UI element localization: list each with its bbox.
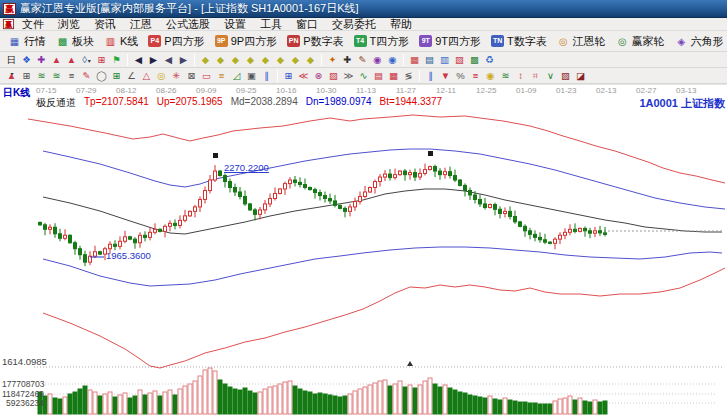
half-box-icon[interactable]: ◪ <box>574 69 587 82</box>
report-icon[interactable]: ▤ <box>372 69 385 82</box>
calculator-icon[interactable]: ▤ <box>423 53 436 66</box>
menu-item-8[interactable]: 窗口 <box>289 17 325 32</box>
expand-bars-icon[interactable]: ≫ <box>342 69 355 82</box>
mini-chart-icon-2[interactable]: ▲ <box>65 53 78 66</box>
candle-body <box>379 177 382 181</box>
diamond-marker-icon-8[interactable]: ◆ <box>304 53 317 66</box>
p-number-table-button[interactable]: PNP数字表 <box>282 32 348 51</box>
ruler-icon[interactable]: ▭ <box>200 69 213 82</box>
gann-wheel-button[interactable]: ◎江恩轮 <box>552 32 611 51</box>
sectors-button[interactable]: ▩板块 <box>51 32 99 51</box>
mini-chart-icon[interactable]: ▲ <box>50 53 63 66</box>
menu-item-4[interactable]: 江恩 <box>123 17 159 32</box>
quote-table-icon[interactable]: ▥ <box>438 53 451 66</box>
menu-item-3[interactable]: 资讯 <box>87 17 123 32</box>
prev-kline-icon[interactable]: ◀ <box>162 53 175 66</box>
star-tool-icon[interactable]: ✳ <box>170 69 183 82</box>
diamond-marker-icon-7[interactable]: ◆ <box>289 53 302 66</box>
box-tool-icon[interactable]: ▣ <box>245 69 258 82</box>
diamond-marker-icon-1[interactable]: ◆ <box>199 53 212 66</box>
delete-drawing-icon[interactable]: ⊠ <box>185 69 198 82</box>
gann-circle-icon[interactable]: ◎ <box>155 69 168 82</box>
hash-grid-icon[interactable]: ⌗ <box>529 69 542 82</box>
last-kline-icon[interactable]: ▶ <box>147 53 160 66</box>
winner-wheel-button-label: 赢家轮 <box>632 34 665 49</box>
t-number-table-button[interactable]: TNT数字表 <box>486 32 552 51</box>
diamond-marker-icon-2[interactable]: ◆ <box>214 53 227 66</box>
save-icon[interactable]: ▧ <box>453 53 466 66</box>
right-angle-icon[interactable]: ◿ <box>230 69 243 82</box>
cycle-tool-icon[interactable]: ∿ <box>357 69 370 82</box>
droplet-tool-icon[interactable]: ◊▾ <box>80 53 93 66</box>
first-kline-icon[interactable]: ◀ <box>132 53 145 66</box>
vertical-scale-icon[interactable]: ↕ <box>514 69 527 82</box>
menu-item-2[interactable]: 浏览 <box>51 17 87 32</box>
diamond-marker-icon-6[interactable]: ◆ <box>274 53 287 66</box>
next-kline-icon[interactable]: ▶ <box>177 53 190 66</box>
t-square-button[interactable]: T4T四方形 <box>349 32 415 51</box>
menu-item-9[interactable]: 交易委托 <box>325 17 383 32</box>
volume-bar <box>308 392 312 414</box>
compress-bars-icon[interactable]: ≪ <box>297 69 310 82</box>
percent-scale-icon[interactable]: % <box>454 69 467 82</box>
menu-item-6[interactable]: 设置 <box>217 17 253 32</box>
glasses-icon[interactable]: ◉ <box>371 53 384 66</box>
menu-item-10[interactable]: 帮助 <box>383 17 419 32</box>
check-tool-icon[interactable]: ∨ <box>544 69 557 82</box>
zigzag-icon[interactable]: ≶ <box>402 69 415 82</box>
spark-icon[interactable]: ✦ <box>326 53 339 66</box>
kline-style-icon[interactable]: ∥ <box>424 69 437 82</box>
triangle-tool-icon[interactable]: △ <box>140 69 153 82</box>
diamond-marker-icon-4[interactable]: ◆ <box>244 53 257 66</box>
remove-tool-icon[interactable]: ⊗ <box>312 69 325 82</box>
diamond-marker-icon-3[interactable]: ◆ <box>229 53 242 66</box>
ninep-square-button[interactable]: 9P9P四方形 <box>210 32 282 51</box>
crosshair-icon[interactable]: ✚ <box>341 53 354 66</box>
angle-tool-icon[interactable]: ∠ <box>125 69 138 82</box>
levels-icon[interactable]: ≡ <box>469 69 482 82</box>
pointer-tool-icon[interactable]: ▲ <box>5 69 18 82</box>
candle-body <box>444 172 447 175</box>
binoculars-icon[interactable]: ◉ <box>386 53 399 66</box>
kline-button[interactable]: ▥K线 <box>99 32 143 51</box>
draw-pencil-icon[interactable]: ✎ <box>80 69 93 82</box>
main-chart[interactable]: 2270.22001965.36001614.09851777087031184… <box>0 85 727 415</box>
bands-icon[interactable]: ≋ <box>499 69 512 82</box>
dark-hatch-icon[interactable]: ▨ <box>559 69 572 82</box>
hatch-tool-icon[interactable]: ▨ <box>327 69 340 82</box>
menu-item-5[interactable]: 公式选股 <box>159 17 217 32</box>
ellipse-tool-icon[interactable]: ◯ <box>95 69 108 82</box>
calendar-icon[interactable]: ▦ <box>408 53 421 66</box>
circle-tool-icon[interactable]: ✚ <box>35 53 48 66</box>
square-of-nine-icon[interactable]: ❖ <box>20 53 33 66</box>
diamond-marker-icon-5[interactable]: ◆ <box>259 53 272 66</box>
matrix-icon[interactable]: ▦ <box>387 69 400 82</box>
pencil-icon[interactable]: ✎ <box>356 53 369 66</box>
p-square-button[interactable]: P4P四方形 <box>143 32 209 51</box>
wave-icon[interactable]: ≋ <box>35 69 48 82</box>
gann-grid-icon[interactable]: ⊞ <box>20 69 33 82</box>
hlines-icon[interactable]: ≡ <box>215 69 228 82</box>
red-grid-icon[interactable]: ⊞ <box>95 53 108 66</box>
flag-icon[interactable]: ⚑ <box>110 53 123 66</box>
period-daily-button[interactable]: 日▾ <box>5 53 18 66</box>
target-icon[interactable]: ◉ <box>484 69 497 82</box>
fib-grid-icon[interactable]: ⊞ <box>110 69 123 82</box>
export-icon[interactable]: ▩ <box>468 53 481 66</box>
candle-body <box>564 232 567 235</box>
gann-wheel-icon: ◎ <box>557 35 570 48</box>
volume-bar <box>518 402 522 414</box>
parallel-lines-icon[interactable]: ∥ <box>260 69 273 82</box>
wave2-icon[interactable]: ≋ <box>50 69 63 82</box>
candle-body <box>279 189 282 193</box>
menu-item-1[interactable]: 文件 <box>15 17 51 32</box>
ninet-square-button[interactable]: 9T9T四方形 <box>414 32 486 51</box>
refresh-icon[interactable]: ♻ <box>483 53 496 66</box>
quotes-button[interactable]: ▦行情 <box>3 32 51 51</box>
menu-item-7[interactable]: 工具 <box>253 17 289 32</box>
percent-down-icon[interactable]: ▼ <box>439 69 452 82</box>
channel-lines-icon[interactable]: ≡ <box>65 69 78 82</box>
winner-wheel-button[interactable]: ◎赢家轮 <box>611 32 670 51</box>
grid-toggle-icon[interactable]: ⊞ <box>282 69 295 82</box>
hexagon-button[interactable]: ◈六角形 <box>670 32 727 51</box>
